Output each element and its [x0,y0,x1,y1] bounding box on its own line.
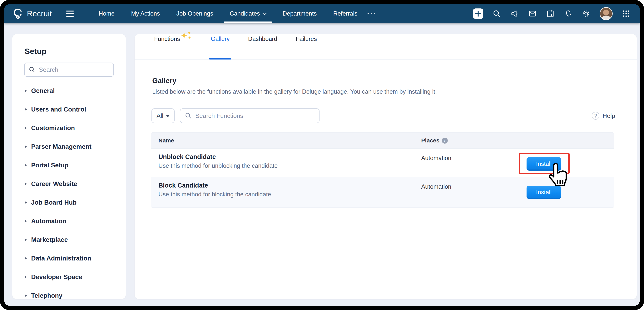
search-icon [185,112,192,119]
function-name: Block Candidate [158,182,421,189]
functions-table: Name Places i Unblock Candidate Use this… [151,133,614,208]
bell-icon[interactable] [564,9,573,18]
chevron-right-icon [24,182,27,185]
window-frame: Recruit Home My Actions Job Openings Can… [0,0,644,310]
table-row: Unblock Candidate Use this method for un… [151,149,614,177]
search-icon [29,66,35,73]
functions-tabs: Functions Gallery Dashboard Failures [134,34,637,59]
setup-sidebar: Setup General Users and Control Customiz… [12,34,126,299]
tab-gallery[interactable]: Gallery [209,26,232,59]
recruit-logo-icon [12,8,24,19]
tab-functions[interactable]: Functions [152,26,194,59]
chevron-down-icon [262,11,267,15]
function-description: Use this method for blocking the candida… [158,191,421,198]
sidebar-item-automation[interactable]: Automation [24,212,120,230]
sidebar-item-customization[interactable]: Customization [24,119,120,137]
sidebar-item-developer-space[interactable]: Developer Space [24,268,120,286]
chevron-right-icon [24,257,27,260]
page-description: Listed below are the functions available… [152,88,437,95]
add-button[interactable] [473,8,483,19]
functions-panel: Functions Gallery Dashboard Failures Gal… [134,34,637,299]
help-link[interactable]: ? Help [592,112,615,120]
brand[interactable]: Recruit [12,8,52,19]
calendar-icon[interactable] [546,9,555,18]
column-header-name: Name [151,137,421,144]
sidebar-item-job-board-hub[interactable]: Job Board Hub [24,193,120,212]
function-name-cell: Unblock Candidate Use this method for un… [151,149,421,177]
nav-right-actions [473,7,632,20]
tab-failures[interactable]: Failures [294,26,319,59]
tab-dashboard[interactable]: Dashboard [246,26,279,59]
help-icon: ? [592,112,600,120]
hamburger-menu-icon[interactable] [66,10,74,17]
sidebar-item-users-and-control[interactable]: Users and Control [24,100,120,119]
sidebar-item-parser-management[interactable]: Parser Management [24,137,120,156]
setup-menu: General Users and Control Customization … [24,81,120,305]
chevron-right-icon [24,164,27,167]
chevron-right-icon [24,238,27,241]
sidebar-item-career-website[interactable]: Career Website [24,174,120,193]
chevron-right-icon [24,108,27,111]
function-action-cell: Install [523,149,614,177]
sparkles-icon [181,31,192,42]
user-avatar[interactable] [600,7,613,20]
nav-item-referrals[interactable]: Referrals [325,4,366,23]
nav-item-home[interactable]: Home [90,4,123,23]
sidebar-item-data-administration[interactable]: Data Administration [24,249,120,268]
function-action-cell: Install [523,177,614,207]
table-row: Block Candidate Use this method for bloc… [151,177,614,207]
filter-row: All ? Help [152,109,619,123]
sidebar-item-marketplace[interactable]: Marketplace [24,230,120,249]
sidebar-title: Setup [24,47,46,56]
function-places: Automation [421,149,523,177]
table-header: Name Places i [151,133,614,149]
column-header-places: Places i [421,137,523,144]
sidebar-search-input[interactable] [38,66,103,74]
sidebar-item-portal-setup[interactable]: Portal Setup [24,156,120,174]
chevron-right-icon [24,294,27,297]
app-title: Recruit [27,9,52,18]
sidebar-search [24,63,114,77]
nav-item-departments[interactable]: Departments [274,4,325,23]
mail-icon[interactable] [528,9,537,18]
main-menu: Home My Actions Job Openings Candidates … [90,4,375,23]
nav-item-candidates[interactable]: Candidates [222,4,274,23]
more-icon[interactable] [368,13,375,14]
function-places: Automation [421,177,523,207]
chevron-right-icon [24,89,27,92]
sidebar-item-telephony[interactable]: Telephony [24,286,120,305]
install-button[interactable]: Install [526,186,561,199]
category-dropdown[interactable]: All [152,109,174,123]
chevron-right-icon [24,276,27,279]
function-name-cell: Block Candidate Use this method for bloc… [151,177,421,207]
chevron-right-icon [24,220,27,223]
app-viewport: Recruit Home My Actions Job Openings Can… [4,4,640,306]
chevron-right-icon [24,145,27,148]
top-navigation: Recruit Home My Actions Job Openings Can… [4,4,640,23]
nav-item-my-actions[interactable]: My Actions [123,4,168,23]
function-name: Unblock Candidate [158,153,421,160]
search-icon[interactable] [492,9,501,18]
gear-icon[interactable] [582,9,590,18]
announcement-icon[interactable] [510,9,519,18]
chevron-right-icon [24,127,27,130]
functions-search-input[interactable] [195,112,303,120]
function-description: Use this method for unblocking the candi… [158,162,421,169]
page-title: Gallery [152,77,176,85]
sidebar-item-general[interactable]: General [24,81,120,100]
nav-item-job-openings[interactable]: Job Openings [168,4,222,23]
info-icon[interactable]: i [442,138,448,144]
apps-grid-icon[interactable] [622,9,630,18]
chevron-right-icon [24,201,27,204]
functions-search [180,109,320,123]
install-button[interactable]: Install [526,157,561,171]
dropdown-caret-icon [166,115,170,117]
